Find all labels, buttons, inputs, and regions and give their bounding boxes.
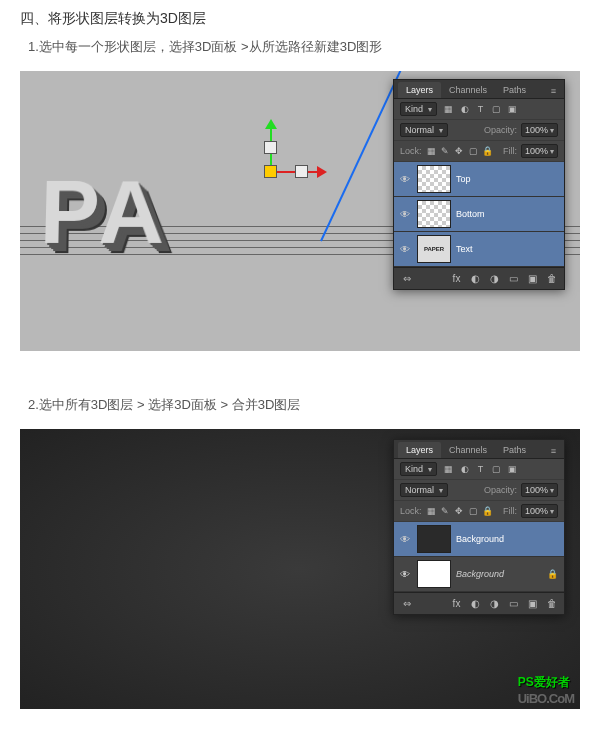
filter-shape-icon[interactable]: ▢: [491, 464, 502, 475]
layer-name-label: Text: [456, 244, 473, 254]
blend-mode-dropdown[interactable]: Normal: [400, 483, 448, 497]
lock-label: Lock:: [400, 506, 422, 516]
trash-icon[interactable]: 🗑: [545, 597, 558, 610]
layer-thumbnail[interactable]: [417, 165, 451, 193]
blend-mode-dropdown[interactable]: Normal: [400, 123, 448, 137]
visibility-toggle-icon[interactable]: 👁: [400, 174, 412, 185]
filter-pixel-icon[interactable]: ▦: [443, 464, 454, 475]
watermark-text-url: UiBO.CoM: [518, 691, 574, 706]
tab-layers[interactable]: Layers: [398, 442, 441, 458]
opacity-label: Opacity:: [484, 485, 517, 495]
lock-artboard-icon[interactable]: ▢: [468, 506, 479, 517]
layer-filter-icons: ▦ ◐ T ▢ ▣: [443, 104, 518, 115]
watermark-text-ps: PS: [518, 675, 534, 689]
locked-icon: 🔒: [547, 569, 558, 579]
layers-panel: Layers Channels Paths ≡ Kind ▦ ◐ T ▢ ▣: [393, 79, 565, 290]
filter-smartobj-icon[interactable]: ▣: [507, 104, 518, 115]
layer-thumbnail[interactable]: PAPER: [417, 235, 451, 263]
3d-text-object[interactable]: PA: [39, 163, 170, 264]
layer-row-text[interactable]: 👁 PAPER Text: [394, 232, 564, 267]
layer-thumbnail[interactable]: [417, 200, 451, 228]
x-axis-handle[interactable]: [295, 165, 308, 178]
tab-paths[interactable]: Paths: [495, 82, 534, 98]
step-1-text: 1.选中每一个形状图层，选择3D面板 >从所选路径新建3D图形: [0, 33, 600, 71]
tab-channels[interactable]: Channels: [441, 442, 495, 458]
lock-position-icon[interactable]: ✥: [454, 146, 465, 157]
tab-channels[interactable]: Channels: [441, 82, 495, 98]
adjustment-layer-icon[interactable]: ◑: [488, 597, 501, 610]
gizmo-origin-handle[interactable]: [264, 165, 277, 178]
lock-artboard-icon[interactable]: ▢: [468, 146, 479, 157]
group-icon[interactable]: ▭: [507, 597, 520, 610]
lock-paint-icon[interactable]: ✎: [440, 146, 451, 157]
lock-all-icon[interactable]: 🔒: [482, 146, 493, 157]
fx-icon[interactable]: fx: [450, 597, 463, 610]
adjustment-layer-icon[interactable]: ◑: [488, 272, 501, 285]
layer-name-label: Top: [456, 174, 471, 184]
lock-all-icon[interactable]: 🔒: [482, 506, 493, 517]
layer-row-background-3d[interactable]: 👁 Background: [394, 522, 564, 557]
opacity-label: Opacity:: [484, 125, 517, 135]
visibility-toggle-icon[interactable]: 👁: [400, 569, 412, 580]
layer-thumbnail[interactable]: [417, 525, 451, 553]
mask-icon[interactable]: ◐: [469, 597, 482, 610]
fx-icon[interactable]: fx: [450, 272, 463, 285]
tab-paths[interactable]: Paths: [495, 442, 534, 458]
figure-2: Layers Channels Paths ≡ Kind ▦ ◐ T ▢ ▣: [20, 429, 580, 709]
panel-footer: ⇔ fx ◐ ◑ ▭ ▣ 🗑: [394, 592, 564, 614]
layer-thumbnail[interactable]: [417, 560, 451, 588]
filter-shape-icon[interactable]: ▢: [491, 104, 502, 115]
visibility-toggle-icon[interactable]: 👁: [400, 534, 412, 545]
layer-list: 👁 Background 👁 Background 🔒: [394, 522, 564, 592]
link-layers-icon[interactable]: ⇔: [400, 597, 413, 610]
layer-name-label: Background: [456, 569, 504, 579]
figure-1: PA Layers Channels Paths ≡ Kind ▦: [20, 71, 580, 351]
panel-tabs: Layers Channels Paths ≡: [394, 440, 564, 459]
fill-input[interactable]: 100%: [521, 144, 558, 158]
filter-adjustment-icon[interactable]: ◐: [459, 464, 470, 475]
filter-smartobj-icon[interactable]: ▣: [507, 464, 518, 475]
lock-position-icon[interactable]: ✥: [454, 506, 465, 517]
panel-tabs: Layers Channels Paths ≡: [394, 80, 564, 99]
group-icon[interactable]: ▭: [507, 272, 520, 285]
panel-menu-button[interactable]: ≡: [547, 84, 560, 98]
new-layer-icon[interactable]: ▣: [526, 597, 539, 610]
link-layers-icon[interactable]: ⇔: [400, 272, 413, 285]
canvas-viewport[interactable]: PA Layers Channels Paths ≡ Kind ▦: [20, 71, 580, 351]
mask-icon[interactable]: ◐: [469, 272, 482, 285]
new-layer-icon[interactable]: ▣: [526, 272, 539, 285]
layer-row-top[interactable]: 👁 Top: [394, 162, 564, 197]
opacity-input[interactable]: 100%: [521, 483, 558, 497]
lock-transparency-icon[interactable]: ▦: [426, 506, 437, 517]
layer-filter-icons: ▦ ◐ T ▢ ▣: [443, 464, 518, 475]
panel-footer: ⇔ fx ◐ ◑ ▭ ▣ 🗑: [394, 267, 564, 289]
filter-type-icon[interactable]: T: [475, 104, 486, 115]
panel-menu-button[interactable]: ≡: [547, 444, 560, 458]
fill-input[interactable]: 100%: [521, 504, 558, 518]
opacity-input[interactable]: 100%: [521, 123, 558, 137]
visibility-toggle-icon[interactable]: 👁: [400, 244, 412, 255]
kind-filter-dropdown[interactable]: Kind: [400, 462, 437, 476]
fill-label: Fill:: [503, 146, 517, 156]
layer-row-background[interactable]: 👁 Background 🔒: [394, 557, 564, 592]
blend-mode-value: Normal: [405, 125, 434, 135]
watermark-text-cn: 爱好者: [534, 675, 570, 689]
filter-type-icon[interactable]: T: [475, 464, 486, 475]
layer-name-label: Bottom: [456, 209, 485, 219]
lock-transparency-icon[interactable]: ▦: [426, 146, 437, 157]
y-axis-handle[interactable]: [264, 141, 277, 154]
kind-filter-label: Kind: [405, 464, 423, 474]
watermark: PS爱好者 UiBO.CoM: [518, 674, 574, 706]
canvas-viewport[interactable]: Layers Channels Paths ≡ Kind ▦ ◐ T ▢ ▣: [20, 429, 580, 709]
layer-row-bottom[interactable]: 👁 Bottom: [394, 197, 564, 232]
lock-paint-icon[interactable]: ✎: [440, 506, 451, 517]
visibility-toggle-icon[interactable]: 👁: [400, 209, 412, 220]
layers-panel: Layers Channels Paths ≡ Kind ▦ ◐ T ▢ ▣: [393, 439, 565, 615]
tab-layers[interactable]: Layers: [398, 82, 441, 98]
filter-adjustment-icon[interactable]: ◐: [459, 104, 470, 115]
kind-filter-dropdown[interactable]: Kind: [400, 102, 437, 116]
filter-pixel-icon[interactable]: ▦: [443, 104, 454, 115]
kind-filter-label: Kind: [405, 104, 423, 114]
trash-icon[interactable]: 🗑: [545, 272, 558, 285]
layer-name-label: Background: [456, 534, 504, 544]
